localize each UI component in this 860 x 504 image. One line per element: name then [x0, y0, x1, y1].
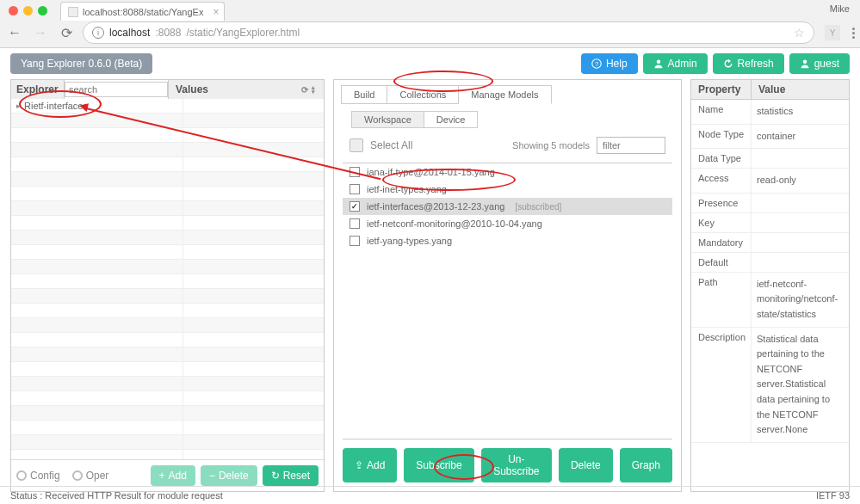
property-row: Node Typecontainer	[691, 125, 849, 150]
oper-radio[interactable]: Oper	[72, 470, 109, 482]
reset-button[interactable]: ↻Reset	[263, 465, 319, 486]
plus-icon: +	[159, 470, 165, 482]
explorer-panel: Explorer Values ⟳ ▴▾ ▸Rietf-interfaces C…	[10, 79, 325, 492]
browser-chrome: Mike localhost:8088/static/YangEx × ← → …	[0, 0, 860, 48]
property-key: Presence	[691, 194, 752, 212]
add-model-button[interactable]: ⇪Add	[343, 448, 397, 482]
model-name: ietf-netconf-monitoring@2010-10-04.yang	[367, 218, 542, 229]
delete-label: Delete	[219, 470, 249, 482]
menu-icon[interactable]	[852, 28, 855, 39]
checkbox-icon[interactable]	[350, 184, 360, 194]
properties-header: Property Value	[691, 80, 849, 100]
bookmark-star-icon[interactable]: ☆	[794, 26, 805, 40]
explorer-row	[11, 318, 324, 333]
search-input[interactable]	[65, 82, 168, 97]
back-button[interactable]: ←	[5, 23, 24, 42]
property-row: Presence	[691, 194, 849, 213]
delete-model-button[interactable]: Delete	[559, 448, 613, 482]
explorer-row	[11, 128, 324, 143]
maximize-window-icon[interactable]	[38, 6, 47, 15]
reload-button[interactable]: ⟳	[57, 23, 76, 42]
model-row[interactable]: iana-if-type@2014-01-15.yang	[343, 163, 672, 181]
property-row: Default	[691, 253, 849, 273]
property-row: DescriptionStatistical data pertaining t…	[691, 328, 849, 443]
property-key: Name	[691, 100, 752, 124]
checkbox-icon[interactable]	[350, 236, 360, 246]
explorer-row	[11, 377, 324, 391]
tab-strip: localhost:8088/static/YangEx ×	[60, 2, 225, 21]
minimize-window-icon[interactable]	[23, 6, 33, 15]
model-name: ietf-interfaces@2013-12-23.yang	[367, 201, 504, 212]
values-header: Values ⟳ ▴▾	[168, 80, 324, 99]
value-col-header: Value	[752, 80, 792, 99]
property-value: container	[752, 125, 849, 149]
extension-icon[interactable]: Y	[825, 25, 840, 40]
tab-build[interactable]: Build	[341, 85, 387, 104]
sort-icon[interactable]: ▴▾	[312, 85, 315, 94]
property-row: Pathietf-netconf-monitoring/netconf-stat…	[691, 273, 849, 328]
tab-close-icon[interactable]: ×	[213, 6, 219, 18]
model-row[interactable]: ietf-inet-types.yang	[343, 181, 672, 198]
admin-icon	[653, 58, 664, 69]
select-all[interactable]: Select All	[350, 138, 412, 152]
radio-icon	[72, 470, 83, 481]
config-label: Config	[30, 470, 60, 482]
property-value: statistics	[752, 100, 849, 124]
tab-manage-models[interactable]: Manage Models	[459, 85, 551, 104]
config-radio[interactable]: Config	[16, 470, 60, 482]
upload-icon: ⇪	[355, 459, 363, 471]
browser-tab[interactable]: localhost:8088/static/YangEx ×	[60, 2, 225, 21]
help-button[interactable]: ? Help	[581, 53, 638, 74]
explorer-row	[11, 114, 324, 128]
checkbox-icon[interactable]	[350, 138, 363, 152]
model-row[interactable]: ietf-netconf-monitoring@2010-10-04.yang	[343, 215, 672, 232]
add-label: Add	[169, 470, 187, 482]
refresh-label: Refresh	[738, 58, 774, 70]
explorer-row	[11, 391, 324, 406]
property-row: Accessread-only	[691, 169, 849, 194]
property-value: read-only	[752, 169, 849, 193]
profile-name[interactable]: Mike	[830, 3, 850, 14]
refresh-icon	[723, 58, 733, 69]
refresh-small-icon[interactable]: ⟳	[301, 85, 308, 95]
explorer-row	[11, 421, 324, 435]
address-bar[interactable]: i localhost:8088/static/YangExplorer.htm…	[83, 22, 814, 44]
property-row: Data Type	[691, 149, 849, 169]
checkbox-icon[interactable]	[350, 167, 360, 177]
tree-item-ietf-interfaces[interactable]: ▸Rietf-interfaces	[11, 99, 183, 113]
tab-collections[interactable]: Collections	[387, 85, 459, 104]
model-row[interactable]: ietf-interfaces@2013-12-23.yang[subscrib…	[343, 198, 672, 215]
svg-point-3	[802, 60, 807, 65]
site-info-icon[interactable]: i	[92, 27, 104, 39]
model-row[interactable]: ietf-yang-types.yang	[343, 232, 672, 249]
content: Explorer Values ⟳ ▴▾ ▸Rietf-interfaces C…	[0, 79, 860, 492]
reset-label: Reset	[283, 470, 310, 482]
add-button[interactable]: +Add	[151, 465, 195, 486]
subscribe-button[interactable]: Subscribe	[404, 448, 473, 482]
explorer-row	[11, 230, 324, 245]
caret-icon: ▸	[16, 101, 21, 110]
property-key: Default	[691, 253, 752, 272]
checkbox-icon[interactable]	[350, 201, 360, 212]
window-controls	[9, 6, 47, 15]
tab-title: localhost:8088/static/YangEx	[83, 7, 203, 17]
property-col-header: Property	[691, 80, 752, 99]
svg-text:?: ?	[595, 60, 598, 68]
admin-button[interactable]: Admin	[643, 53, 708, 74]
filter-input[interactable]	[597, 137, 665, 154]
tab-workspace[interactable]: Workspace	[351, 111, 424, 128]
close-window-icon[interactable]	[9, 6, 18, 15]
refresh-button[interactable]: Refresh	[713, 53, 784, 74]
guest-button[interactable]: guest	[789, 53, 850, 74]
explorer-search	[65, 82, 168, 97]
reset-icon: ↻	[271, 470, 280, 482]
delete-button[interactable]: −Delete	[201, 465, 257, 486]
property-row: Mandatory	[691, 233, 849, 253]
tab-device[interactable]: Device	[424, 111, 479, 128]
unsubscribe-button[interactable]: Un-Subscribe	[481, 448, 552, 482]
explorer-row	[11, 450, 324, 459]
checkbox-icon[interactable]	[350, 218, 360, 229]
graph-button[interactable]: Graph	[620, 448, 672, 482]
explorer-row	[11, 289, 324, 304]
outer-tabs: Build Collections Manage Models Workspac…	[334, 80, 681, 128]
